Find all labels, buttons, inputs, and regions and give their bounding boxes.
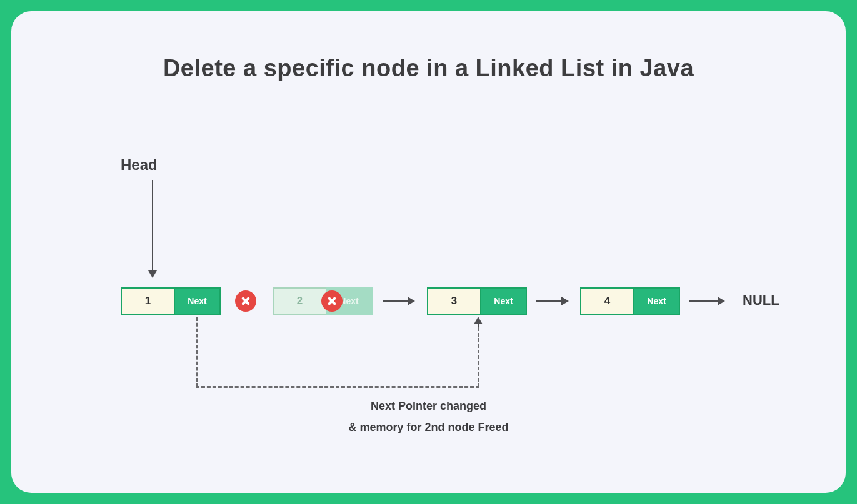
diagram-panel: Delete a specific node in a Linked List … (11, 11, 846, 493)
caption-line-1: Next Pointer changed (11, 400, 846, 413)
reroute-up (478, 327, 479, 387)
node-1: 1 Next (121, 287, 221, 315)
caption-line-2: & memory for 2nd node Freed (11, 421, 846, 434)
outer-frame: Delete a specific node in a Linked List … (0, 0, 857, 504)
node-3-next: Next (480, 287, 527, 315)
node-2-value: 2 (273, 287, 326, 315)
node-3: 3 Next (427, 287, 527, 315)
node-1-next: Next (174, 287, 221, 315)
node-1-value: 1 (121, 287, 174, 315)
delete-icon (235, 290, 256, 312)
reroute-down (196, 317, 198, 387)
node-4-value: 4 (580, 287, 633, 315)
head-arrow (152, 180, 153, 277)
head-label: Head (121, 156, 158, 174)
reroute-arrowhead (478, 318, 479, 327)
reroute-across (196, 386, 479, 388)
node-3-value: 3 (427, 287, 480, 315)
arrow-2-to-3 (383, 300, 414, 302)
arrow-4-to-null (689, 300, 724, 302)
diagram-title: Delete a specific node in a Linked List … (11, 55, 846, 82)
node-4-next: Next (633, 287, 680, 315)
delete-icon (321, 290, 343, 312)
node-4: 4 Next (580, 287, 680, 315)
null-label: NULL (743, 292, 779, 309)
arrow-3-to-4 (536, 300, 568, 302)
